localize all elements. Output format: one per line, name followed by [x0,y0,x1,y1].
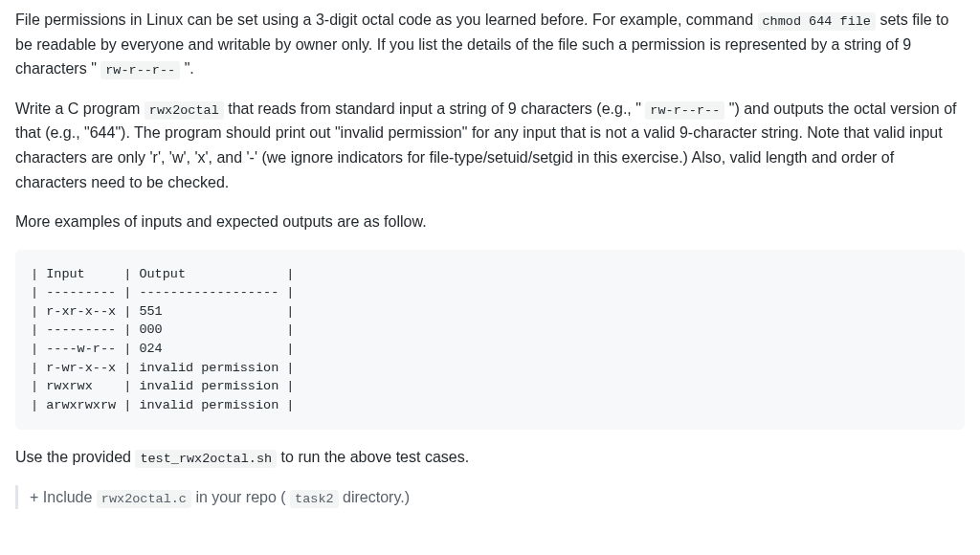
text: Write a C program [15,100,145,117]
inline-code: test_rwx2octal.sh [135,450,277,468]
text: Use the provided [15,449,135,465]
paragraph-intro: File permissions in Linux can be set usi… [15,8,965,81]
paragraph-examples-intro: More examples of inputs and expected out… [15,210,965,234]
inline-code: rwx2octal.c [97,490,191,508]
text: directory.) [339,489,410,505]
inline-code: rw-r--r-- [645,101,724,120]
inline-code: chmod 644 file [758,12,876,31]
paragraph-task: Write a C program rwx2octal that reads f… [15,97,965,194]
text: ". [180,60,194,77]
paragraph-test-script: Use the provided test_rwx2octal.sh to ru… [15,445,965,470]
text: in your repo ( [191,489,290,505]
text: + Include [30,489,97,505]
text: to run the above test cases. [277,449,469,465]
inline-code: task2 [290,490,339,508]
text: File permissions in Linux can be set usi… [15,11,758,28]
examples-table: | Input | Output | | --------- | -------… [15,250,965,431]
text: that reads from standard input a string … [224,100,646,117]
inline-code: rwx2octal [145,101,224,120]
inline-code: rw-r--r-- [100,61,180,79]
deliverable-note: + Include rwx2octal.c in your repo ( tas… [15,485,965,510]
